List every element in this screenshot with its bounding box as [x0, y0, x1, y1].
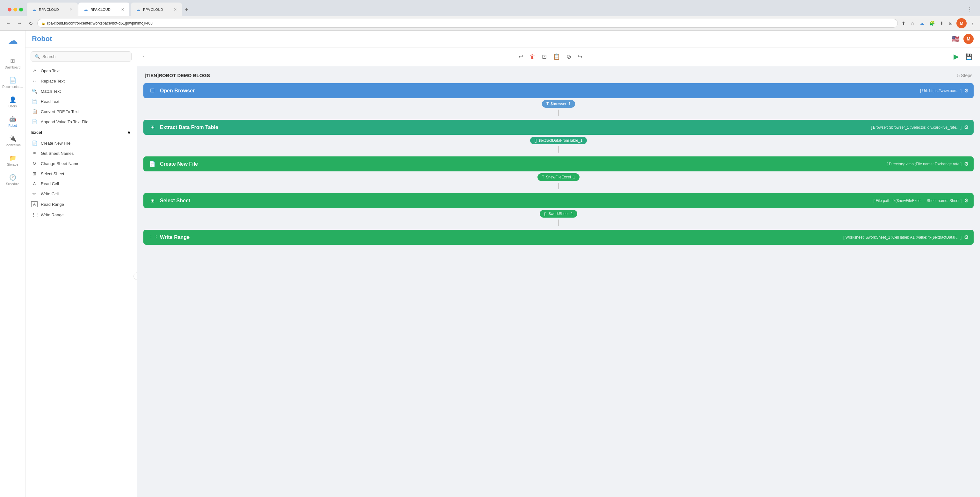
sidebar-item-match-text[interactable]: 🔍 Match Text — [28, 86, 134, 96]
select-sheet-settings[interactable]: ⚙ — [964, 198, 969, 204]
maximize-window-btn[interactable] — [19, 8, 23, 11]
extract-data-settings[interactable]: ⚙ — [964, 124, 969, 130]
step-block-write-range[interactable]: ⋮⋮ Write Range [ Worksheet: $workSheet_1… — [143, 230, 974, 245]
write-range-settings[interactable]: ⚙ — [964, 234, 969, 240]
search-input[interactable] — [42, 54, 127, 59]
sidebar-item-write-cell[interactable]: ✏ Write Cell — [28, 189, 134, 199]
header-avatar[interactable]: M — [963, 34, 974, 44]
minimize-window-btn[interactable] — [13, 8, 17, 11]
step-output-open-browser: T $browser_1 — [143, 98, 974, 108]
paste-btn[interactable]: 📋 — [550, 51, 563, 62]
workspace: › 🔍 ↗ Open Text ↔ Replace Text — [25, 48, 980, 497]
extract-data-params: [ Browser: $browser_1 ;Selector: div.car… — [871, 125, 961, 130]
connector-4 — [143, 218, 974, 227]
write-range-icon: ⋮⋮ — [31, 212, 38, 217]
schedule-label: Schedule — [6, 182, 19, 186]
sidebar-item-dashboard[interactable]: ⊞ Dashboard — [2, 54, 24, 72]
browser-tab-1[interactable]: ☁ RPA CLOUD ✕ — [27, 3, 78, 16]
sidebar-item-convert-pdf[interactable]: 📋 Convert PDF To Text — [28, 107, 134, 116]
upload-btn[interactable]: ⬆ — [900, 19, 907, 27]
match-text-label: Match Text — [41, 89, 61, 94]
back-browser-btn[interactable]: ← — [4, 19, 13, 27]
bookmark-btn[interactable]: ☆ — [909, 19, 916, 27]
sidebar-item-schedule[interactable]: 🕐 Schedule — [2, 171, 24, 189]
split-view-btn[interactable]: ⊡ — [948, 19, 954, 27]
undo-btn[interactable]: ↩ — [516, 51, 526, 62]
read-range-label: Read Range — [41, 202, 64, 207]
sidebar-item-documentation[interactable]: 📄 Documentati... — [2, 73, 24, 92]
cloud-btn[interactable]: ☁ — [918, 19, 926, 27]
stop-btn[interactable]: ⊘ — [564, 51, 574, 62]
open-text-label: Open Text — [41, 68, 60, 73]
output-badge-extract-data: [] $extractDataFromTable_1 — [530, 137, 587, 144]
redo-btn[interactable]: ↪ — [575, 51, 585, 62]
sidebar-item-read-cell[interactable]: A Read Cell — [28, 179, 134, 189]
create-new-file-settings[interactable]: ⚙ — [964, 161, 969, 167]
canvas-title: [TIEN]ROBOT DEMO BLOGS — [145, 73, 210, 78]
step-block-create-new-file[interactable]: 📄 Create New File [ Directory: /tmp ;Fil… — [143, 156, 974, 171]
step-wrap-write-range: ⋮⋮ Write Range [ Worksheet: $workSheet_1… — [143, 230, 974, 245]
panel-scroll: ↗ Open Text ↔ Replace Text 🔍 Match Text … — [25, 65, 137, 497]
browser-tab-3[interactable]: ☁ RPA CLOUD ✕ — [131, 3, 182, 16]
sidebar-item-open-text[interactable]: ↗ Open Text — [28, 65, 134, 76]
settings-btn[interactable]: ⋮ — [969, 19, 976, 27]
sidebar-item-read-range[interactable]: A Read Range — [28, 199, 134, 210]
tab-close-2[interactable]: ✕ — [121, 7, 124, 12]
save-btn[interactable]: 💾 — [963, 51, 975, 62]
sidebar-item-storage[interactable]: 📁 Storage — [2, 151, 24, 169]
step-block-select-sheet[interactable]: ⊞ Select Sheet [ File path: fx($newFileE… — [143, 193, 974, 208]
open-browser-settings[interactable]: ⚙ — [964, 88, 969, 94]
step-block-extract-data[interactable]: ⊞ Extract Data From Table [ Browser: $br… — [143, 120, 974, 135]
write-range-params: [ Worksheet: $workSheet_1 ;Cell label: A… — [843, 235, 961, 240]
step-header-select-sheet[interactable]: ⊞ Select Sheet [ File path: fx($newFileE… — [143, 193, 974, 208]
browser-tab-2[interactable]: ☁ RPA CLOUD ✕ — [78, 3, 129, 16]
step-header-open-browser[interactable]: ☐ Open Browser [ Url: https://www.oan...… — [143, 83, 974, 98]
sidebar-item-replace-text[interactable]: ↔ Replace Text — [28, 76, 134, 86]
sidebar-item-append-value[interactable]: 📄 Append Value To Text File — [28, 116, 134, 127]
canvas-back-btn[interactable]: ← — [142, 54, 147, 60]
output-prefix-create-new-file: T — [542, 175, 544, 179]
create-new-file-step-icon: 📄 — [148, 161, 156, 167]
excel-section-header[interactable]: Excel ∧ — [28, 127, 134, 138]
extensions-btn[interactable]: 🧩 — [928, 19, 936, 27]
step-header-create-new-file[interactable]: 📄 Create New File [ Directory: /tmp ;Fil… — [143, 156, 974, 171]
sidebar-item-create-new-file[interactable]: 📄 Create New File — [28, 138, 134, 148]
users-icon: 👤 — [9, 96, 16, 103]
download-btn[interactable]: ⬇ — [939, 19, 945, 27]
documentation-label: Documentati... — [2, 85, 22, 89]
url-bar[interactable]: 🔒 rpa-cloud.io/control-center/workspace/… — [37, 19, 898, 28]
new-tab-btn[interactable]: + — [183, 3, 191, 16]
step-output-create-new-file: T $newFileExcel_1 — [143, 171, 974, 182]
logo-area: ☁ — [8, 34, 18, 48]
forward-browser-btn[interactable]: → — [15, 19, 24, 27]
play-btn[interactable]: ▶ — [951, 51, 961, 63]
delete-btn[interactable]: 🗑 — [527, 52, 538, 62]
tab-close-1[interactable]: ✕ — [70, 7, 73, 12]
sidebar-item-change-sheet-name[interactable]: ↻ Change Sheet Name — [28, 158, 134, 169]
step-header-extract-data[interactable]: ⊞ Extract Data From Table [ Browser: $br… — [143, 120, 974, 135]
tab-close-3[interactable]: ✕ — [173, 7, 177, 12]
select-sheet-step-icon: ⊞ — [148, 198, 156, 204]
sidebar-item-get-sheet-names[interactable]: ≡ Get Sheet Names — [28, 148, 134, 158]
extract-data-title: Extract Data From Table — [160, 124, 871, 130]
close-window-btn[interactable] — [8, 8, 11, 11]
sidebar-item-users[interactable]: 👤 Users — [2, 93, 24, 111]
user-avatar[interactable]: M — [956, 18, 967, 29]
lock-icon: 🔒 — [41, 22, 45, 25]
sidebar-item-read-text[interactable]: 📄 Read Text — [28, 96, 134, 107]
sidebar-item-write-range[interactable]: ⋮⋮ Write Range — [28, 210, 134, 220]
excel-section-title: Excel — [31, 130, 42, 135]
tab-icon-1: ☁ — [32, 7, 36, 12]
output-label-select-sheet: $workSheet_1 — [549, 212, 573, 216]
sidebar-item-select-sheet[interactable]: ⊞ Select Sheet — [28, 169, 134, 179]
sidebar-item-connection[interactable]: 🔌 Connection — [2, 132, 24, 150]
step-header-write-range[interactable]: ⋮⋮ Write Range [ Worksheet: $workSheet_1… — [143, 230, 974, 245]
refresh-browser-btn[interactable]: ↻ — [27, 19, 35, 28]
search-box: 🔍 — [25, 48, 137, 65]
browser-menu-btn[interactable]: ⋮ — [966, 5, 974, 14]
connector-line-1 — [558, 110, 559, 116]
copy-btn[interactable]: ⊡ — [539, 51, 549, 62]
output-label-create-new-file: $newFileExcel_1 — [546, 175, 575, 179]
sidebar-item-robot[interactable]: 🤖 Robot — [2, 113, 24, 131]
step-block-open-browser[interactable]: ☐ Open Browser [ Url: https://www.oan...… — [143, 83, 974, 98]
